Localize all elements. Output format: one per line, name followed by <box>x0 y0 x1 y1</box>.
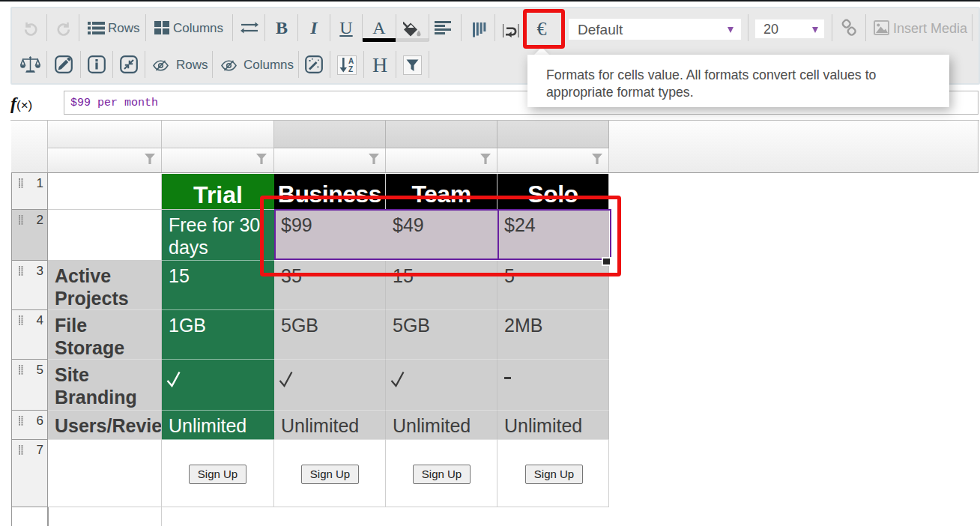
svg-text:A: A <box>348 57 354 65</box>
svg-text:Z: Z <box>348 65 353 73</box>
